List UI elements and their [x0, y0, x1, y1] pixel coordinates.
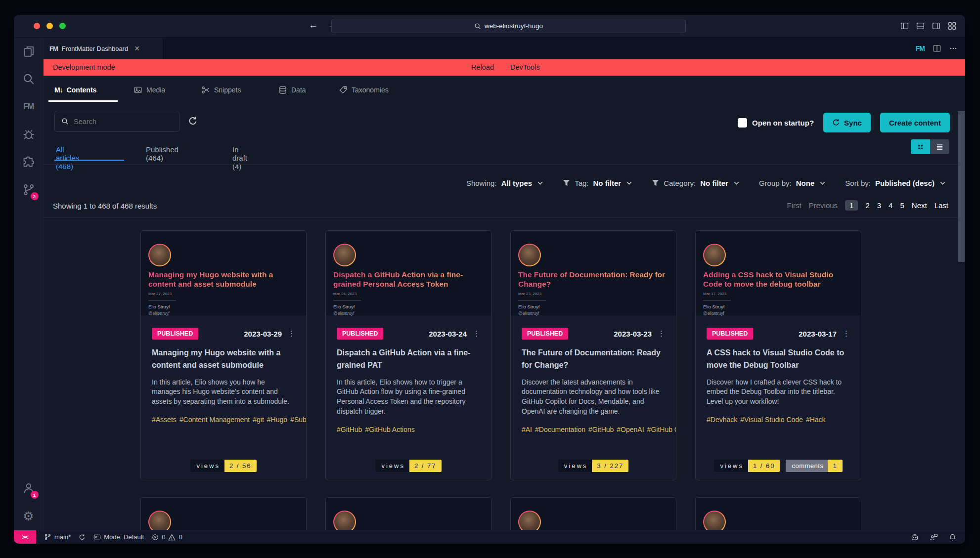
search-box[interactable]	[54, 111, 179, 132]
close-tab-icon[interactable]: ✕	[134, 44, 140, 52]
card-title[interactable]: A CSS hack to Visual Studio Code to move…	[707, 347, 850, 372]
settings-gear-icon[interactable]: ⚙	[14, 502, 44, 530]
devtools-button[interactable]: DevTools	[510, 63, 540, 71]
frontmatter-icon[interactable]: FM	[14, 93, 44, 121]
sync-status[interactable]	[79, 534, 86, 541]
article-card-partial[interactable]	[140, 497, 307, 530]
search-icon[interactable]	[14, 65, 44, 93]
create-content-button[interactable]: Create content	[880, 113, 950, 132]
startup-checkbox[interactable]	[738, 118, 747, 128]
scrollbar-thumb[interactable]	[958, 111, 965, 262]
nav-tab-data[interactable]: Data	[278, 76, 306, 104]
page-previous[interactable]: Previous	[809, 201, 838, 210]
sync-button[interactable]: Sync	[823, 113, 871, 132]
extensions-icon[interactable]	[14, 148, 44, 176]
more-actions-icon[interactable]	[949, 44, 957, 52]
tag[interactable]: #Hugo	[267, 416, 287, 424]
notifications-bell-icon[interactable]	[949, 533, 956, 541]
remote-indicator[interactable]: ><	[14, 530, 36, 544]
kebab-menu-icon[interactable]: ⋮	[473, 329, 480, 338]
kebab-menu-icon[interactable]: ⋮	[288, 329, 295, 338]
nav-tab-snippets[interactable]: Snippets	[201, 76, 241, 104]
tag[interactable]: #Assets	[152, 416, 177, 424]
page-1[interactable]: 1	[845, 200, 858, 211]
list-view-button[interactable]	[930, 139, 949, 154]
tab-published[interactable]: Published (464)	[146, 145, 178, 162]
page-first[interactable]: First	[787, 201, 802, 210]
minimize-window-button[interactable]	[46, 23, 53, 29]
article-card[interactable]: Dispatch a GitHub Action via a fine-grai…	[325, 230, 491, 480]
tab-in-draft[interactable]: In draft (4)	[232, 145, 247, 171]
tag[interactable]: #Devhack	[707, 416, 737, 424]
nav-tab-media[interactable]: Media	[134, 76, 165, 104]
debug-icon[interactable]	[14, 121, 44, 148]
tag[interactable]: #Documentation	[535, 426, 585, 433]
customize-layout-icon[interactable]	[948, 22, 956, 30]
article-card-partial[interactable]	[510, 497, 676, 530]
preview-title: Dispatch a GitHub Action via a fine-grai…	[333, 270, 484, 289]
tag[interactable]: #GitHub	[588, 426, 614, 433]
article-card[interactable]: Managing my Hugo website with a content …	[140, 230, 307, 480]
article-card-partial[interactable]	[695, 497, 861, 530]
page-next[interactable]: Next	[912, 201, 927, 210]
tag[interactable]: #OpenAI	[617, 426, 644, 433]
nav-tab-taxonomies[interactable]: Taxonomies	[339, 76, 389, 104]
source-control-icon[interactable]: 2	[14, 176, 44, 204]
filter-sort-by[interactable]: Sort by: Published (desc)	[845, 179, 945, 187]
frontmatter-action-icon[interactable]: FM	[916, 44, 925, 52]
refresh-icon[interactable]	[188, 116, 198, 126]
page-3[interactable]: 3	[877, 201, 881, 210]
problems-status[interactable]: 0 0	[152, 533, 182, 541]
card-date: 2023-03-29	[244, 330, 282, 338]
filter-category[interactable]: Category: No filter	[652, 179, 739, 187]
split-editor-icon[interactable]	[933, 44, 941, 52]
card-title[interactable]: The Future of Documentation: Ready for C…	[522, 347, 665, 372]
window-controls[interactable]	[34, 23, 66, 29]
maximize-window-button[interactable]	[59, 23, 66, 29]
filter-showing[interactable]: Showing: All types	[466, 179, 543, 187]
kebab-menu-icon[interactable]: ⋮	[658, 329, 665, 338]
page-5[interactable]: 5	[900, 201, 904, 210]
author-name: Elio Struyf	[518, 304, 669, 309]
toggle-panel-icon[interactable]	[916, 22, 925, 30]
article-card[interactable]: Adding a CSS hack to Visual Studio Code …	[695, 230, 861, 480]
filter-group-by[interactable]: Group by: None	[759, 179, 825, 187]
kebab-menu-icon[interactable]: ⋮	[843, 329, 850, 338]
tag[interactable]: #Content Management	[179, 416, 250, 424]
command-center-search[interactable]: web-eliostruyf-hugo	[331, 19, 686, 33]
tag[interactable]: #GitHub Copilot	[647, 426, 676, 433]
tag[interactable]: #GitHub Actions	[365, 426, 414, 433]
nav-tab-contents[interactable]: M↓ Contents	[54, 76, 96, 104]
page-4[interactable]: 4	[889, 201, 892, 210]
tab-all-articles[interactable]: All articles (468)	[56, 145, 80, 171]
tag[interactable]: #Submodule	[290, 416, 307, 424]
article-card-partial[interactable]	[325, 497, 491, 530]
open-on-startup[interactable]: Open on startup?	[738, 118, 814, 128]
copilot-icon[interactable]	[911, 533, 919, 541]
explorer-icon[interactable]	[14, 38, 44, 65]
toggle-secondary-sidebar-icon[interactable]	[932, 22, 940, 30]
card-title[interactable]: Dispatch a GitHub Action via a fine-grai…	[337, 347, 480, 372]
tag[interactable]: #GitHub	[337, 426, 362, 433]
tab-frontmatter-dashboard[interactable]: FM FrontMatter Dashboard ✕	[44, 38, 163, 59]
page-2[interactable]: 2	[865, 201, 869, 210]
views-badge: views1 / 60	[714, 460, 780, 472]
grid-view-button[interactable]	[911, 139, 930, 154]
filter-tag[interactable]: Tag: No filter	[563, 179, 632, 187]
close-window-button[interactable]	[34, 23, 40, 29]
toggle-sidebar-icon[interactable]	[900, 22, 909, 30]
branch-status[interactable]: main*	[44, 533, 71, 541]
feedback-icon[interactable]	[930, 533, 938, 541]
card-title[interactable]: Managing my Hugo website with a content …	[152, 347, 295, 372]
accounts-icon[interactable]: 1	[14, 474, 44, 502]
tag[interactable]: #Visual Studio Code	[740, 416, 803, 424]
back-icon[interactable]: ←	[309, 20, 318, 31]
reload-button[interactable]: Reload	[471, 63, 494, 71]
article-card[interactable]: The Future of Documentation: Ready for C…	[510, 230, 676, 480]
tag[interactable]: #Hack	[806, 416, 826, 424]
page-last[interactable]: Last	[935, 201, 948, 210]
mode-status[interactable]: Mode: Default	[93, 533, 144, 541]
search-input[interactable]	[74, 118, 163, 126]
tag[interactable]: #AI	[522, 426, 532, 433]
tag[interactable]: #git	[253, 416, 264, 424]
